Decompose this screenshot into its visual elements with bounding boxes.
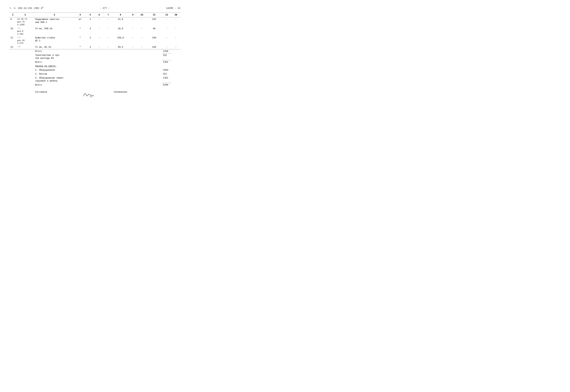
row10-col1: IO <box>10 27 16 36</box>
itogo-value: I260 <box>162 49 171 53</box>
row9-col9: - <box>128 17 137 27</box>
svodka-item-1-row: I. Оборудование 3494 <box>10 68 180 72</box>
header-center: - 277 - <box>100 7 110 10</box>
row12-col10: - <box>137 45 146 49</box>
row12-col3: То же, БС-IА <box>34 45 74 49</box>
col-header-11: II <box>146 13 162 17</box>
row10-col3: То же, ПКБ-IА <box>34 27 74 36</box>
row11-col7: - <box>104 36 113 45</box>
row11-col1: II <box>10 36 16 45</box>
row10-col8: 30,0 <box>113 27 128 36</box>
header-right: 14395 - 13 <box>166 7 180 10</box>
svodka-title-row: Сводка по смете: <box>10 64 180 68</box>
vsego-row: Всего I36I <box>10 60 180 64</box>
final-total-value: 5206 <box>162 83 171 87</box>
svodka-item-3-value: I36I <box>162 76 171 83</box>
col-header-3: 3 <box>34 13 74 17</box>
row11-col6: - <box>95 36 104 45</box>
row12-col7: - <box>104 45 113 49</box>
composed-label: Составила <box>34 90 74 99</box>
col-header-10: IO <box>137 13 146 17</box>
row12-col4: " <box>74 45 86 49</box>
col-header-5: 5 <box>86 13 95 17</box>
col-header-8: 8 <box>113 13 128 17</box>
row11-col4: " <box>74 36 86 45</box>
row11-col11: IO6 <box>146 36 162 45</box>
row12-col12: - <box>162 45 171 49</box>
row10-col12: - <box>162 27 171 36</box>
author-name: Селиванова <box>104 90 137 99</box>
row9-col12: - <box>162 17 171 27</box>
svodka-item-3-row: 3. Оборудование немон-тируемое и мебель … <box>10 76 180 83</box>
col-header-4: 4 <box>74 13 86 17</box>
row10-col13: - <box>171 27 180 36</box>
row12-col8: 89,5 <box>113 45 128 49</box>
table-row: 9 24-I9-73доп.79п.2205 Подшкафник присте… <box>10 17 180 27</box>
itogo-row: Итого I260 <box>10 49 180 53</box>
table-row: IO -"-доп.6п.483 То же, ПКБ-IА " 3 - - 3… <box>10 27 180 36</box>
svodka-item-1-value: 3494 <box>162 68 171 72</box>
col-header-1: I <box>10 13 16 17</box>
svodka-item-1-label: I. Оборудование <box>34 68 74 72</box>
row11-col9: - <box>128 36 137 45</box>
spacer-row <box>10 87 180 90</box>
row9-col4: шт <box>74 17 86 27</box>
row11-col13: - <box>171 36 180 45</box>
row9-col8: 5I,0 <box>113 17 128 27</box>
transport-row: Транспортные и про-чие расходы 8% IOI <box>10 53 180 60</box>
row10-col9: - <box>128 27 137 36</box>
vsego-value: I36I <box>162 60 171 64</box>
row11-col12: - <box>162 36 171 45</box>
row9-col3: Подшкафник пристен-ный ПКБ-I <box>34 17 74 27</box>
row12-col5: 3 <box>86 45 95 49</box>
row10-col11: 90 <box>146 27 162 36</box>
row10-col5: 3 <box>86 27 95 36</box>
col-header-6: 6 <box>95 13 104 17</box>
transport-value: IOI <box>162 53 171 60</box>
table-row: I2 -"- То же, БС-IА " 3 - - 89,5 - - 269… <box>10 45 180 49</box>
row10-col6: - <box>95 27 104 36</box>
row12-col9: - <box>128 45 137 49</box>
main-table: I 2 3 4 5 6 7 8 9 IO II I2 IB 9 24-I9-73… <box>10 13 180 99</box>
page-header: т. п. 262-12-151 (ЭН) 4п - 277 - 14395 -… <box>10 6 180 10</box>
column-header-row: I 2 3 4 5 6 7 8 9 IO II I2 IB <box>10 13 180 17</box>
table-row: II -"-доп.IOп.674 Буфетная стойкаБС-I " … <box>10 36 180 45</box>
row9-col10: - <box>137 17 146 27</box>
signature-row: Составила Селиванова <box>10 90 180 99</box>
vsego-label: Всего <box>34 60 74 64</box>
signature-svg <box>82 91 96 98</box>
row10-col7: - <box>104 27 113 36</box>
col-header-9: 9 <box>128 13 137 17</box>
final-total-label: Всего <box>34 83 74 87</box>
row12-col2: -"- <box>16 45 34 49</box>
row11-col10: - <box>137 36 146 45</box>
row11-col5: I <box>86 36 95 45</box>
row10-col10: - <box>137 27 146 36</box>
row10-col4: " <box>74 27 86 36</box>
col-header-12: I2 <box>162 13 171 17</box>
row9-col13: - <box>171 17 180 27</box>
row12-col1: I2 <box>10 45 16 49</box>
row9-col11: IO2 <box>146 17 162 27</box>
itogo-label: Итого <box>34 49 74 53</box>
row12-col11: 269 <box>146 45 162 49</box>
row11-col2: -"-доп.IOп.674 <box>16 36 34 45</box>
header-left: т. п. 262-12-151 (ЭН) 4п <box>10 6 44 10</box>
svodka-title: Сводка по смете: <box>34 64 74 68</box>
row9-col5: 2 <box>86 17 95 27</box>
row12-col6: - <box>95 45 104 49</box>
row9-col7: - <box>104 17 113 27</box>
svodka-item-2-value: 35I <box>162 72 171 76</box>
svodka-item-3-label: 3. Оборудование немон-тируемое и мебель <box>34 76 74 83</box>
row10-col2: -"-доп.6п.483 <box>16 27 34 36</box>
col-header-2: 2 <box>16 13 34 17</box>
row12-col13: - <box>171 45 180 49</box>
row9-col2: 24-I9-73доп.79п.2205 <box>16 17 34 27</box>
col-header-7: 7 <box>104 13 113 17</box>
row9-col1: 9 <box>10 17 16 27</box>
row11-col8: IO6,0 <box>113 36 128 45</box>
row9-col6: - <box>95 17 104 27</box>
svodka-item-2-label: 2. Монтаж <box>34 72 74 76</box>
final-total-row: Всего 5206 <box>10 83 180 87</box>
row11-col3: Буфетная стойкаБС-I <box>34 36 74 45</box>
